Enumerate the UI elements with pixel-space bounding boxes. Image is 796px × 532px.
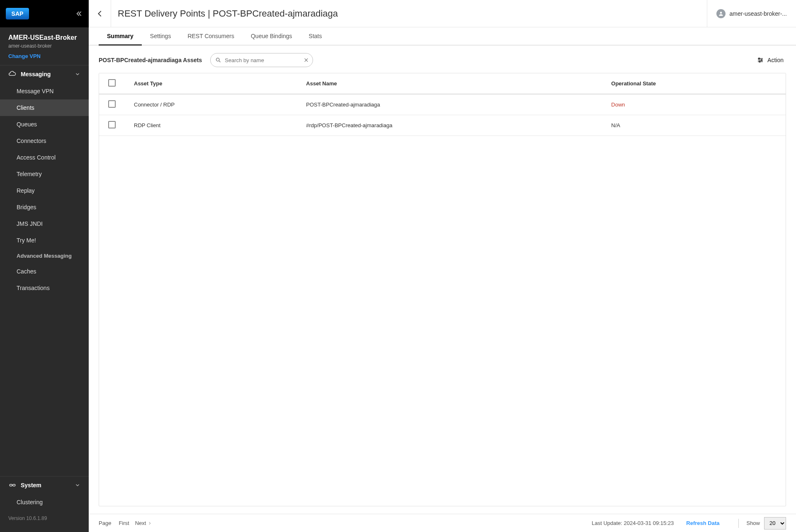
tab-settings[interactable]: Settings [142, 27, 180, 45]
col-operational-state[interactable]: Operational State [602, 73, 786, 94]
sidebar-footer: System Clustering Version 10.6.1.89 [0, 476, 89, 532]
svg-point-2 [720, 12, 722, 14]
first-page-link[interactable]: First [119, 520, 129, 526]
svg-rect-0 [10, 484, 12, 486]
change-vpn-link[interactable]: Change VPN [8, 53, 80, 59]
search-input[interactable] [210, 53, 313, 67]
user-icon [716, 9, 726, 18]
broker-subname: amer-useast-broker [8, 43, 80, 49]
sidebar-item-jms-jndi[interactable]: JMS JNDI [0, 215, 89, 232]
chevron-down-icon [75, 482, 80, 488]
user-block[interactable]: amer-useast-broker-... [707, 0, 796, 27]
search-wrap [210, 53, 313, 67]
cell-asset-name: POST-BPCreated-ajmaradiaga [297, 94, 602, 115]
svg-point-3 [216, 58, 220, 61]
table-row[interactable]: RDP Client #rdp/POST-BPCreated-ajmaradia… [99, 115, 786, 136]
footer-divider [738, 519, 739, 528]
assets-title: POST-BPCreated-ajmaradiaga Assets [99, 57, 202, 63]
table-header-row: Asset Type Asset Name Operational State [99, 73, 786, 94]
version-label: Version 10.6.1.89 [0, 510, 89, 526]
tab-stats[interactable]: Stats [301, 27, 330, 45]
sidebar: SAP AMER-USEast-Broker amer-useast-broke… [0, 0, 89, 532]
next-page-link[interactable]: Next [135, 520, 152, 526]
collapse-sidebar-button[interactable] [74, 9, 83, 18]
footer: Page First Next Last Update: 2024-03-31 … [89, 514, 796, 532]
cloud-icon [8, 70, 17, 78]
sidebar-top: SAP [0, 0, 89, 27]
tabs: Summary Settings REST Consumers Queue Bi… [89, 27, 796, 46]
search-icon [215, 57, 221, 63]
next-label: Next [135, 520, 146, 526]
content: POST-BPCreated-ajmaradiaga Assets Action [89, 46, 796, 514]
action-label: Action [767, 57, 784, 63]
sidebar-item-connectors[interactable]: Connectors [0, 133, 89, 149]
sidebar-item-transactions[interactable]: Transactions [0, 280, 89, 296]
col-asset-type[interactable]: Asset Type [125, 73, 297, 94]
last-update: Last Update: 2024-03-31 09:15:23 [592, 520, 674, 526]
tab-queue-bindings[interactable]: Queue Bindings [243, 27, 301, 45]
row-checkbox[interactable] [108, 121, 116, 128]
sidebar-item-queues[interactable]: Queues [0, 116, 89, 133]
sliders-icon [757, 56, 764, 64]
cell-operational-state: N/A [602, 115, 786, 136]
svg-rect-1 [13, 484, 15, 486]
tab-rest-consumers[interactable]: REST Consumers [179, 27, 243, 45]
action-button[interactable]: Action [754, 55, 786, 65]
clear-search-icon[interactable] [303, 58, 309, 63]
sidebar-item-clustering[interactable]: Clustering [0, 494, 89, 510]
nav-section-label: System [21, 482, 75, 488]
table-wrap: Asset Type Asset Name Operational State … [99, 73, 786, 506]
chevron-down-icon [75, 71, 80, 77]
cell-asset-type: Connector / RDP [125, 94, 297, 115]
svg-point-5 [761, 60, 762, 61]
sidebar-item-access-control[interactable]: Access Control [0, 149, 89, 166]
select-all-checkbox[interactable] [108, 79, 116, 87]
user-label: amer-useast-broker-... [730, 10, 787, 17]
cell-operational-state: Down [602, 94, 786, 115]
header-bar: REST Delivery Points | POST-BPCreated-aj… [89, 0, 796, 27]
show-label: Show [746, 520, 760, 526]
back-button[interactable] [89, 0, 111, 27]
tab-summary[interactable]: Summary [99, 27, 142, 46]
row-checkbox[interactable] [108, 100, 116, 108]
nav-section-messaging[interactable]: Messaging [0, 65, 89, 83]
refresh-data-link[interactable]: Refresh Data [686, 520, 719, 526]
sidebar-item-clients[interactable]: Clients [0, 99, 89, 116]
svg-point-4 [759, 58, 760, 59]
sidebar-item-telemetry[interactable]: Telemetry [0, 166, 89, 182]
sidebar-subhead-advanced-messaging: Advanced Messaging [0, 249, 89, 263]
sidebar-item-replay[interactable]: Replay [0, 182, 89, 199]
broker-block: AMER-USEast-Broker amer-useast-broker Ch… [0, 27, 89, 65]
svg-point-6 [759, 61, 760, 62]
sidebar-item-try-me[interactable]: Try Me! [0, 232, 89, 249]
nav-section-system[interactable]: System [0, 476, 89, 494]
broker-name: AMER-USEast-Broker [8, 34, 80, 41]
show-select[interactable]: 20 [764, 517, 786, 530]
page-title: REST Delivery Points | POST-BPCreated-aj… [111, 8, 707, 19]
link-icon [8, 481, 17, 489]
sidebar-item-caches[interactable]: Caches [0, 263, 89, 280]
page-label: Page [99, 520, 111, 526]
logo: SAP [6, 8, 29, 19]
toolbar-row: POST-BPCreated-ajmaradiaga Assets Action [99, 53, 786, 67]
cell-asset-name: #rdp/POST-BPCreated-ajmaradiaga [297, 115, 602, 136]
col-asset-name[interactable]: Asset Name [297, 73, 602, 94]
cell-asset-type: RDP Client [125, 115, 297, 136]
nav-section-label: Messaging [21, 71, 75, 77]
table-row[interactable]: Connector / RDP POST-BPCreated-ajmaradia… [99, 94, 786, 115]
sidebar-item-bridges[interactable]: Bridges [0, 199, 89, 215]
main: REST Delivery Points | POST-BPCreated-aj… [89, 0, 796, 532]
sidebar-item-message-vpn[interactable]: Message VPN [0, 83, 89, 99]
assets-table: Asset Type Asset Name Operational State … [99, 73, 786, 136]
